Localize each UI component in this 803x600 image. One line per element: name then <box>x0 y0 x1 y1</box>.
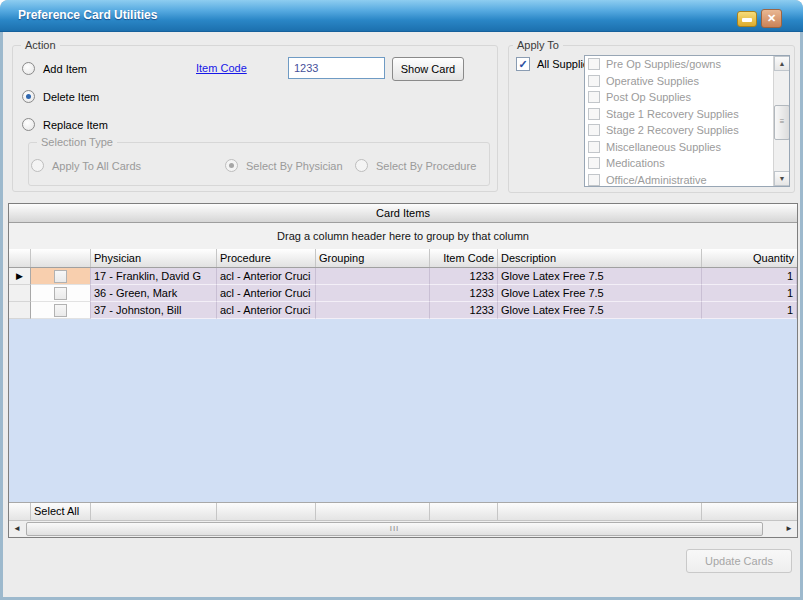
checkbox-icon <box>588 75 600 87</box>
action-group-label: Action <box>21 39 60 51</box>
item-code-input[interactable] <box>288 57 385 79</box>
footer-cell <box>702 503 797 520</box>
row-indicator <box>9 302 31 319</box>
cell-physician: 17 - Franklin, David G <box>91 268 217 285</box>
checkbox-icon <box>588 141 600 153</box>
supply-label: Post Op Supplies <box>606 91 691 103</box>
checkbox-icon <box>588 91 600 103</box>
cell-description: Glove Latex Free 7.5 <box>498 285 702 302</box>
window-title: Preference Card Utilities <box>18 8 157 22</box>
scroll-up-icon[interactable]: ▲ <box>774 56 790 71</box>
column-header-quantity[interactable]: Quantity <box>702 249 797 267</box>
supply-label: Office/Administrative <box>606 174 707 186</box>
scroll-down-icon[interactable]: ▼ <box>774 171 790 186</box>
supply-item: Stage 2 Recovery Supplies <box>585 122 773 139</box>
supply-item: Stage 1 Recovery Supplies <box>585 106 773 123</box>
cell-description: Glove Latex Free 7.5 <box>498 268 702 285</box>
scroll-left-icon[interactable]: ◄ <box>9 521 25 537</box>
footer-indicator-cell <box>9 503 31 520</box>
cell-physician: 37 - Johnston, Bill <box>91 302 217 319</box>
table-row[interactable]: ▶ 17 - Franklin, David G acl - Anterior … <box>9 268 797 285</box>
all-supplies-checkbox[interactable]: ✓ All Supplies <box>516 57 594 71</box>
supply-label: Pre Op Supplies/gowns <box>606 58 721 70</box>
scrollbar-thumb[interactable]: III <box>26 522 763 536</box>
grid-footer-row: Select All <box>9 502 797 520</box>
radio-icon <box>22 90 35 103</box>
radio-icon <box>22 118 35 131</box>
column-header-item-code[interactable]: Item Code <box>430 249 498 267</box>
card-items-grid: Card Items Drag a column header here to … <box>8 203 798 538</box>
cell-description: Glove Latex Free 7.5 <box>498 302 702 319</box>
radio-replace-item[interactable]: Replace Item <box>22 118 108 131</box>
row-indicator: ▶ <box>9 268 31 285</box>
radio-label: Select By Physician <box>246 160 343 172</box>
group-by-hint: Drag a column header here to group by th… <box>9 223 797 249</box>
cell-grouping <box>316 285 430 302</box>
supply-label: Medications <box>606 157 665 169</box>
table-row[interactable]: 36 - Green, Mark acl - Anterior Cruci 12… <box>9 285 797 302</box>
supply-label: Miscellaneous Supplies <box>606 141 721 153</box>
row-indicator <box>9 285 31 302</box>
scroll-right-icon[interactable]: ► <box>781 521 797 537</box>
horizontal-scrollbar[interactable]: ◄ III ► <box>9 520 797 537</box>
close-button[interactable]: ✕ <box>761 9 782 28</box>
cell-grouping <box>316 302 430 319</box>
apply-to-group-label: Apply To <box>513 39 563 51</box>
supply-item: Office/Administrative <box>585 172 773 188</box>
selection-type-label: Selection Type <box>37 136 117 148</box>
supply-label: Stage 2 Recovery Supplies <box>606 124 739 136</box>
header-indicator-cell <box>9 249 31 267</box>
row-checkbox-cell[interactable] <box>31 302 91 319</box>
header-checkbox-cell <box>31 249 91 267</box>
row-checkbox-cell[interactable] <box>31 285 91 302</box>
grid-header-row: Physician Procedure Grouping Item Code D… <box>9 249 797 268</box>
radio-delete-item[interactable]: Delete Item <box>22 90 99 103</box>
checkbox-icon <box>54 270 67 283</box>
radio-add-item[interactable]: Add Item <box>22 62 87 75</box>
checkbox-icon <box>588 124 600 136</box>
table-row[interactable]: 37 - Johnston, Bill acl - Anterior Cruci… <box>9 302 797 319</box>
column-header-description[interactable]: Description <box>498 249 702 267</box>
radio-select-by-physician: Select By Physician <box>225 159 343 172</box>
cell-grouping <box>316 268 430 285</box>
footer-cell <box>498 503 702 520</box>
supply-item: Operative Supplies <box>585 73 773 90</box>
minimize-button[interactable] <box>737 11 757 27</box>
supply-label: Operative Supplies <box>606 75 699 87</box>
checkmark-icon: ✓ <box>518 58 527 70</box>
scrollbar-thumb[interactable]: ≡ <box>774 105 790 140</box>
supply-item: Medications <box>585 155 773 172</box>
grid-caption: Card Items <box>9 204 797 223</box>
cell-quantity: 1 <box>702 302 797 319</box>
preference-card-utilities-window: Preference Card Utilities ✕ Action Add I… <box>0 0 803 600</box>
row-checkbox-cell[interactable] <box>31 268 91 285</box>
minimize-icon <box>742 18 752 22</box>
column-header-grouping[interactable]: Grouping <box>316 249 430 267</box>
column-header-procedure[interactable]: Procedure <box>217 249 316 267</box>
checkbox-icon <box>588 157 600 169</box>
supplies-list: Pre Op Supplies/gowns Operative Supplies… <box>585 56 773 186</box>
radio-apply-to-all-cards: Apply To All Cards <box>31 159 141 172</box>
cell-physician: 36 - Green, Mark <box>91 285 217 302</box>
radio-icon <box>225 159 238 172</box>
radio-label: Replace Item <box>43 119 108 131</box>
supplies-listbox: Pre Op Supplies/gowns Operative Supplies… <box>584 55 790 187</box>
supply-item: Post Op Supplies <box>585 89 773 106</box>
radio-label: Apply To All Cards <box>52 160 141 172</box>
radio-icon <box>22 62 35 75</box>
radio-select-by-procedure: Select By Procedure <box>355 159 476 172</box>
cell-item-code: 1233 <box>430 302 498 319</box>
column-header-physician[interactable]: Physician <box>91 249 217 267</box>
show-card-button[interactable]: Show Card <box>392 57 464 81</box>
cell-item-code: 1233 <box>430 268 498 285</box>
supplies-scrollbar[interactable]: ▲ ≡ ▼ <box>773 56 789 186</box>
radio-label: Add Item <box>43 63 87 75</box>
titlebar[interactable]: Preference Card Utilities ✕ <box>0 0 803 32</box>
item-code-link[interactable]: Item Code <box>196 62 247 74</box>
update-cards-button: Update Cards <box>686 549 792 573</box>
select-all-button[interactable]: Select All <box>31 503 91 520</box>
radio-label: Select By Procedure <box>376 160 476 172</box>
cell-item-code: 1233 <box>430 285 498 302</box>
cell-procedure: acl - Anterior Cruci <box>217 302 316 319</box>
supply-label: Stage 1 Recovery Supplies <box>606 108 739 120</box>
